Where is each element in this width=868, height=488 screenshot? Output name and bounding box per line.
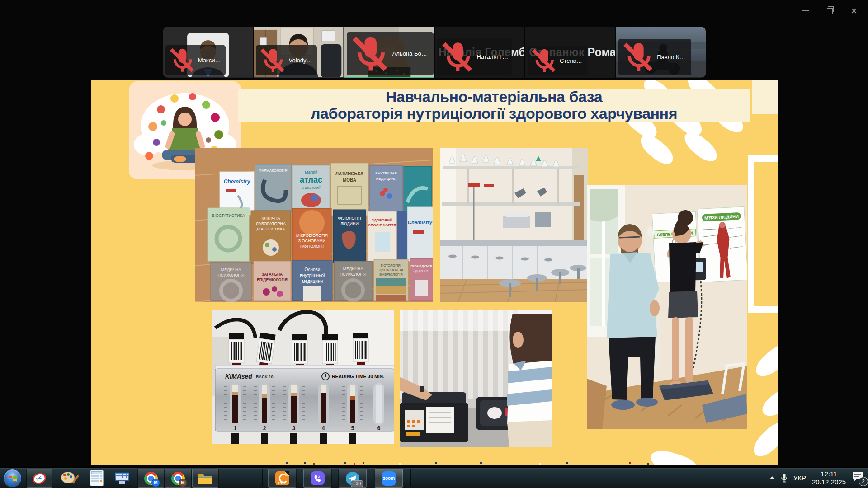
participant-tile-pavlo[interactable]: Павло Копистинський xyxy=(616,27,706,78)
leaf-decoration xyxy=(637,131,677,169)
svg-text:МЕДИЧНА: МЕДИЧНА xyxy=(343,267,363,271)
svg-text:3: 3 xyxy=(292,425,296,432)
svg-text:ЕПІДЕМІОЛОГІЯ: ЕПІДЕМІОЛОГІЯ xyxy=(257,277,288,282)
svg-text:внутрішньої: внутрішньої xyxy=(300,273,325,278)
svg-text:ПСИХОЛОГІЯ: ПСИХОЛОГІЯ xyxy=(340,272,367,277)
participant-name-badge: Павло Копистинський xyxy=(618,39,691,75)
taskbar-foxit-pdf[interactable]: PDF xyxy=(268,469,297,488)
svg-text:ПСИХОЛОГІЯ: ПСИХОЛОГІЯ xyxy=(218,273,245,277)
taskbar-chrome-meet[interactable]: M xyxy=(137,469,165,488)
svg-text:RACK 10: RACK 10 xyxy=(256,375,274,379)
mic-muted-icon xyxy=(530,47,558,75)
svg-text:KIMAsed: KIMAsed xyxy=(225,373,252,380)
mic-muted-icon xyxy=(168,46,196,75)
photo-esr-rack: KIMAsed RACK 10 READING TIME 30 MIN. 1 2… xyxy=(212,310,394,444)
taskbar-separator xyxy=(262,469,263,486)
svg-text:ФАРМАКОЛОГІЯ: ФАРМАКОЛОГІЯ xyxy=(259,169,288,173)
slide-title-line2: лабораторія нутриціології здорового харч… xyxy=(311,105,677,122)
svg-text:READING TIME 30 MIN.: READING TIME 30 MIN. xyxy=(332,374,384,379)
snipping-tool-icon: ✂ xyxy=(33,473,46,484)
svg-text:МЕДИЦИНА: МЕДИЦИНА xyxy=(376,177,397,181)
leaf-decoration xyxy=(749,417,778,461)
participant-tile-volodymyr[interactable]: Volodymyr Vasyliv xyxy=(254,27,343,78)
taskbar-separator xyxy=(259,469,259,486)
svg-text:1: 1 xyxy=(234,425,237,432)
participant-tile-natalia[interactable]: Наталія Големб... Наталія Голембовська xyxy=(435,27,524,78)
svg-text:ІМУНОЛОГІЇ: ІМУНОЛОГІЇ xyxy=(300,244,324,249)
microphone-tray-icon[interactable] xyxy=(781,473,788,483)
close-button[interactable]: ✕ xyxy=(848,5,860,16)
svg-text:2: 2 xyxy=(263,425,266,432)
mic-muted-icon xyxy=(349,33,391,75)
participant-tile-maksym[interactable]: Максим Гудзенко xyxy=(163,27,253,78)
svg-text:ЕМБРІОЛОГІЯ: ЕМБРІОЛОГІЯ xyxy=(379,272,402,277)
taskbar-separator xyxy=(410,469,411,486)
taskbar-file-explorer[interactable] xyxy=(192,469,219,488)
participant-name: Наталія Голембовська xyxy=(476,53,508,60)
svg-text:4: 4 xyxy=(322,425,325,432)
close-icon: ✕ xyxy=(850,7,858,15)
photo-laboratory-room xyxy=(440,148,588,302)
participant-name: Степанюк Роман xyxy=(560,57,584,64)
taskbar-snipping-tool[interactable]: ✂ xyxy=(26,469,52,488)
mic-muted-icon xyxy=(621,40,656,75)
svg-text:ГРОМАДСЬКЕ: ГРОМАДСЬКЕ xyxy=(410,265,432,268)
chrome-icon: M xyxy=(144,472,158,485)
zoom-icon: zoom xyxy=(382,471,396,486)
participant-name-badge: Степанюк Роман xyxy=(528,46,587,75)
restore-button[interactable] xyxy=(824,5,835,16)
svg-text:Chemistry: Chemistry xyxy=(408,220,433,225)
taskbar-chrome-gmail[interactable]: M xyxy=(165,469,192,488)
zoom-app-window: ✕ Максим Гудзенко xyxy=(0,0,868,488)
participants-strip: Максим Гудзенко xyxy=(163,27,706,78)
leaf-decoration xyxy=(680,128,721,166)
taskbar-viber[interactable] xyxy=(303,469,332,488)
notification-center-button[interactable]: 2 xyxy=(852,471,865,485)
taskbar-calculator[interactable] xyxy=(87,469,107,487)
show-hidden-icons-button[interactable] xyxy=(769,476,775,479)
svg-text:ЛАБОРАТОРНА: ЛАБОРАТОРНА xyxy=(256,221,286,226)
svg-text:ГІСТОЛОГІЯ,: ГІСТОЛОГІЯ, xyxy=(381,263,401,267)
photo-anthropometry: СКЕЛЕТ ЛЮДИНИ М'ЯЗИ ЛЮДИНИ xyxy=(587,185,747,429)
calculator-icon xyxy=(90,470,104,486)
keyboard-icon xyxy=(115,472,129,484)
participant-name-badge: Наталія Голембовська xyxy=(437,38,512,75)
language-indicator[interactable]: УКР xyxy=(793,474,806,482)
start-button[interactable] xyxy=(3,469,22,488)
windows-taskbar: ✂ xyxy=(0,467,868,488)
paint-icon xyxy=(61,472,75,484)
svg-text:КЛІНІЧНА: КЛІНІЧНА xyxy=(261,216,280,221)
slide-bottom-cropped-text xyxy=(286,462,288,464)
m-badge-blue: M xyxy=(151,479,160,487)
minimize-button[interactable] xyxy=(799,5,811,16)
svg-text:БІОСТАТИСТИКА: БІОСТАТИСТИКА xyxy=(212,213,245,218)
system-tray: УКР 12:11 20.12.2025 2 xyxy=(769,468,865,488)
viber-icon xyxy=(311,471,325,485)
participant-name: Volodymyr Vasyliv xyxy=(289,57,313,64)
taskbar-paint[interactable] xyxy=(58,469,78,487)
svg-text:ЗДОРОВ'Я: ЗДОРОВ'Я xyxy=(413,269,429,273)
svg-text:ДІАГНОСТИКА: ДІАГНОСТИКА xyxy=(257,227,285,231)
windows-logo-icon xyxy=(8,474,17,483)
participant-name: Альона Борисівна Альтан.. xyxy=(392,50,430,57)
leaf-decoration xyxy=(751,339,778,381)
taskbar-telegram[interactable]: ..30 xyxy=(338,469,367,488)
clock[interactable]: 12:11 20.12.2025 xyxy=(812,470,846,486)
participant-tile-alona-active-speaker[interactable]: Альона Борисівна Альтан.. xyxy=(344,27,434,78)
restore-icon xyxy=(827,8,833,14)
zoom-icon-label: zoom xyxy=(383,476,395,481)
participant-name-badge: Максим Гудзенко xyxy=(165,45,226,75)
participant-tile-stepaniuk[interactable]: Степанюк Роман Степанюк Роман xyxy=(525,27,615,78)
photo-equipment-cases xyxy=(400,310,552,447)
svg-text:з анатомії: з анатомії xyxy=(302,185,321,190)
svg-text:ЦИТОЛОГІЯ ТА: ЦИТОЛОГІЯ ТА xyxy=(379,268,404,272)
corner-decoration xyxy=(752,80,778,114)
svg-text:5: 5 xyxy=(351,425,354,432)
taskbar-zoom-active[interactable]: zoom xyxy=(374,469,403,488)
pdf-label: PDF xyxy=(278,481,286,485)
shared-presentation-slide: Навчально-матеріальна база лабораторія н… xyxy=(91,80,778,465)
tray-time: 12:11 xyxy=(812,470,846,478)
svg-text:Основи: Основи xyxy=(305,267,321,272)
taskbar-onscreen-keyboard[interactable] xyxy=(111,469,133,487)
chrome-icon: M xyxy=(171,472,185,485)
